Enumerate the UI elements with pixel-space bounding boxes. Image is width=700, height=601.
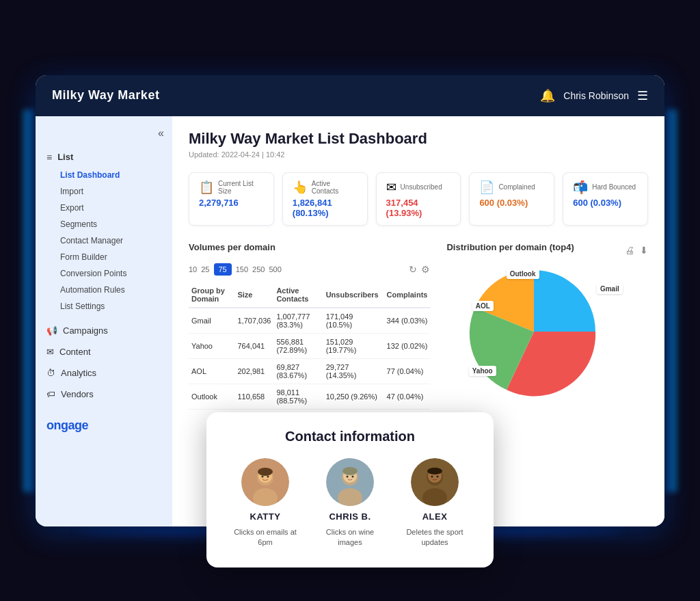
cell-domain: Gmail (189, 308, 234, 334)
complained-value: 600 (0.03%) (479, 198, 544, 208)
stat-card-unsubscribed: ✉ Unsubscribed 317,454 (13.93%) (376, 172, 461, 226)
nav-right: 🔔 Chris Robinson ☰ (540, 88, 648, 103)
complained-label: Complained (498, 183, 535, 191)
svg-point-4 (258, 468, 273, 476)
top-navbar: Milky Way Market 🔔 Chris Robinson ☰ (36, 75, 664, 116)
hamburger-menu-icon[interactable]: ☰ (637, 88, 648, 103)
cell-active: 98,011 (88.57%) (273, 384, 323, 409)
page-title: Milky Way Market List Dashboard (189, 130, 648, 148)
katty-name: KATTY (250, 511, 281, 522)
app-logo: Milky Way Market (52, 88, 159, 103)
page-updated: Updated: 2022-04-24 | 10:42 (189, 150, 648, 159)
table-row: Outlook 110,658 98,011 (88.57%) 10,250 (… (189, 384, 430, 409)
cell-domain: Yahoo (189, 333, 234, 358)
page-size-75[interactable]: 75 (214, 263, 232, 276)
sidebar-item-conversion-points[interactable]: Conversion Points (36, 265, 172, 282)
analytics-icon: ⏱ (46, 368, 55, 378)
sidebar-item-contact-manager[interactable]: Contact Manager (36, 232, 172, 249)
domain-table: Group by Domain Size Active Contacts Uns… (189, 282, 430, 410)
sidebar-list-title: ≡ List (36, 148, 172, 167)
sidebar-item-import[interactable]: Import (36, 183, 172, 200)
chris-desc: Clicks on wine images (313, 527, 387, 548)
sidebar-item-export[interactable]: Export (36, 200, 172, 216)
contact-person-chris: CHRIS B. Clicks on wine images (313, 458, 387, 548)
sidebar-item-list-settings[interactable]: List Settings (36, 298, 172, 315)
vendors-icon: 🏷 (46, 389, 55, 399)
unsubscribed-value: 317,454 (13.93%) (386, 198, 451, 218)
cell-unsub: 10,250 (9.26%) (323, 384, 384, 409)
active-contacts-label: Active Contacts (312, 180, 358, 195)
table-section: Volumes per domain 10 25 75 150 250 500 … (189, 242, 430, 414)
chart-section: Distribution per domain (top4) 🖨 ⬇ (446, 242, 648, 414)
cell-active: 69,827 (83.67%) (273, 358, 323, 384)
stat-cards-row: 📋 Current List Size 2,279,716 👆 Active C… (189, 172, 648, 226)
svg-point-12 (347, 475, 349, 477)
alex-name: ALEX (422, 511, 448, 522)
hard-bounced-label: Hard Bounced (592, 183, 636, 191)
sidebar-item-analytics[interactable]: ⏱ Analytics (36, 362, 172, 384)
cell-domain: AOL (189, 358, 234, 384)
sidebar-item-campaigns[interactable]: 📢 Campaigns (36, 320, 172, 341)
contact-person-katty: KATTY Clicks on emails at 6pm (228, 458, 302, 548)
pie-label-aol: AOL (472, 301, 494, 311)
sidebar-item-form-builder[interactable]: Form Builder (36, 249, 172, 265)
refresh-button[interactable]: ↻ (409, 264, 417, 275)
cell-size: 110,658 (234, 384, 273, 409)
svg-point-6 (267, 475, 269, 477)
stat-card-active-contacts: 👆 Active Contacts 1,826,841 (80.13%) (282, 172, 368, 226)
collapse-button[interactable]: « (36, 127, 172, 148)
chris-name: CHRIS B. (329, 511, 371, 522)
sidebar-item-content[interactable]: ✉ Content (36, 341, 172, 362)
katty-desc: Clicks on emails at 6pm (228, 527, 302, 548)
stat-card-complained: 📄 Complained 600 (0.03%) (469, 172, 554, 226)
table-chart-section: Volumes per domain 10 25 75 150 250 500 … (189, 242, 648, 414)
print-button[interactable]: 🖨 (625, 245, 634, 256)
settings-button[interactable]: ⚙ (421, 264, 430, 275)
col-unsub: Unsubscribers (323, 282, 384, 308)
cell-complaints: 47 (0.04%) (384, 384, 431, 409)
campaigns-icon: 📢 (46, 325, 57, 336)
stat-card-list-size: 📋 Current List Size 2,279,716 (189, 172, 274, 226)
chart-section-title: Distribution per domain (top4) (446, 242, 574, 252)
active-contacts-value: 1,826,841 (80.13%) (293, 198, 358, 218)
sidebar-item-vendors[interactable]: 🏷 Vendors (36, 384, 172, 405)
ongage-logo: ongage (36, 405, 172, 438)
unsubscribed-icon: ✉ (386, 180, 396, 195)
pie-label-yahoo: Yahoo (469, 366, 496, 376)
page-size-controls: 10 25 75 150 250 500 ↻ ⚙ (189, 263, 430, 276)
sidebar-item-list-dashboard[interactable]: List Dashboard (36, 167, 172, 183)
sidebar-section-list: ≡ List List Dashboard Import Export Segm… (36, 148, 172, 315)
svg-point-19 (431, 475, 433, 477)
cell-domain: Outlook (189, 384, 234, 409)
cell-size: 1,707,036 (234, 308, 273, 334)
cell-active: 556,881 (72.89%) (273, 333, 323, 358)
list-size-label: Current List Size (218, 180, 264, 195)
username-label: Chris Robinson (563, 90, 629, 101)
svg-point-18 (427, 468, 442, 475)
sidebar: « ≡ List List Dashboard Import Export Se… (36, 116, 172, 526)
contact-persons-list: KATTY Clicks on emails at 6pm (228, 458, 472, 548)
cell-active: 1,007,777 (83.3%) (273, 308, 323, 334)
contact-info-card: Contact information KATTY C (206, 412, 494, 567)
col-domain: Group by Domain (189, 282, 234, 308)
table-row: Gmail 1,707,036 1,007,777 (83.3%) 171,04… (189, 308, 430, 334)
col-complaints: Complaints (384, 282, 431, 308)
table-row: Yahoo 764,041 556,881 (72.89%) 151,029 (… (189, 333, 430, 358)
sidebar-item-segments[interactable]: Segments (36, 216, 172, 232)
notification-bell-icon[interactable]: 🔔 (540, 88, 555, 103)
table-section-title: Volumes per domain (189, 242, 275, 252)
download-button[interactable]: ⬇ (640, 245, 648, 256)
content-icon: ✉ (46, 347, 54, 357)
pie-label-gmail: Gmail (597, 284, 623, 294)
active-contacts-icon: 👆 (293, 180, 308, 195)
user-menu[interactable]: Chris Robinson (563, 90, 629, 101)
pie-chart-svg (466, 263, 602, 400)
svg-point-13 (352, 475, 354, 477)
avatar-chris (326, 458, 374, 506)
hard-bounced-value: 600 (0.03%) (573, 198, 638, 208)
avatar-katty (241, 458, 289, 506)
pie-label-outlook: Outlook (507, 269, 539, 279)
sidebar-item-automation-rules[interactable]: Automation Rules (36, 282, 172, 298)
list-size-value: 2,279,716 (199, 198, 264, 208)
svg-point-20 (437, 475, 439, 477)
